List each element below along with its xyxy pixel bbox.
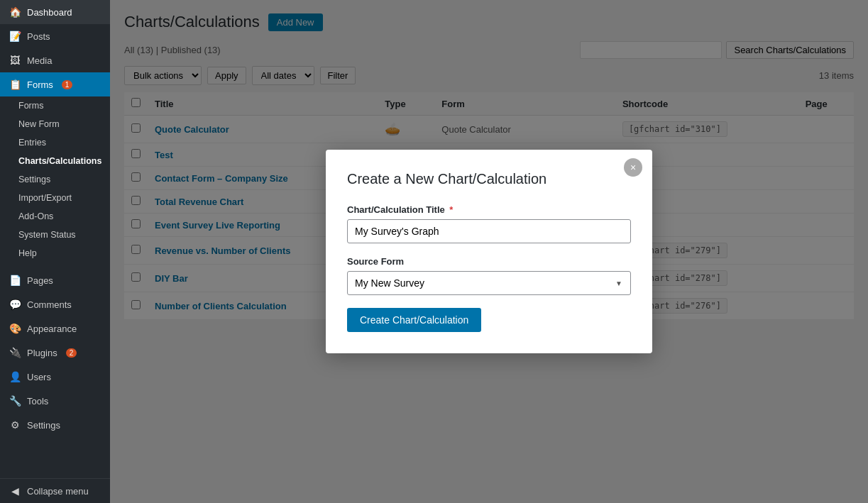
dashboard-icon: 🏠: [9, 6, 21, 18]
sidebar-item-dashboard[interactable]: 🏠 Dashboard: [0, 0, 110, 24]
sidebar-sub-addons[interactable]: Add-Ons: [10, 207, 110, 226]
sidebar-item-forms[interactable]: 📋 Forms 1: [0, 72, 110, 96]
modal-overlay: × Create a New Chart/Calculation Chart/C…: [110, 0, 868, 503]
users-icon: 👤: [9, 371, 21, 382]
sidebar-sub-system-status[interactable]: System Status: [10, 226, 110, 244]
sidebar-item-settings[interactable]: ⚙ Settings: [0, 413, 110, 437]
create-button[interactable]: Create Chart/Calculation: [347, 308, 481, 332]
source-form-label: Source Form: [347, 256, 631, 267]
comments-icon: 💬: [9, 299, 21, 310]
sidebar-item-users[interactable]: 👤 Users: [0, 365, 110, 389]
media-icon: 🖼: [9, 55, 21, 66]
forms-badge: 1: [62, 80, 73, 89]
sidebar-sub-forms[interactable]: Forms: [10, 96, 110, 115]
forms-icon: 📋: [9, 79, 21, 90]
sidebar-item-pages[interactable]: 📄 Pages: [0, 268, 110, 292]
chart-title-label: Chart/Calculation Title *: [347, 204, 631, 215]
collapse-menu[interactable]: ◀ Collapse menu: [0, 478, 110, 503]
plugins-badge: 2: [66, 348, 77, 358]
appearance-icon: 🎨: [9, 323, 21, 334]
pages-icon: 📄: [9, 275, 21, 286]
sidebar-item-appearance[interactable]: 🎨 Appearance: [0, 316, 110, 341]
sidebar-sub-import-export[interactable]: Import/Export: [10, 189, 110, 207]
source-form-group: Source Form My New SurveyQuote Calculato…: [347, 256, 631, 295]
modal: × Create a New Chart/Calculation Chart/C…: [326, 150, 652, 353]
sidebar-item-posts[interactable]: 📝 Posts: [0, 24, 110, 48]
posts-icon: 📝: [9, 31, 21, 42]
sidebar-sub-settings[interactable]: Settings: [10, 170, 110, 189]
sidebar-item-plugins[interactable]: 🔌 Plugins 2: [0, 341, 110, 365]
plugins-icon: 🔌: [9, 347, 21, 358]
sidebar-item-tools[interactable]: 🔧 Tools: [0, 389, 110, 413]
forms-submenu: Forms New Form Entries Charts/Calculatio…: [0, 96, 110, 262]
settings-icon: ⚙: [9, 419, 21, 431]
required-star: *: [449, 204, 453, 215]
tools-icon: 🔧: [9, 395, 21, 407]
sidebar-item-media[interactable]: 🖼 Media: [0, 48, 110, 72]
chart-title-input[interactable]: [347, 219, 631, 243]
sidebar-sub-help[interactable]: Help: [10, 244, 110, 262]
modal-close-button[interactable]: ×: [624, 158, 642, 177]
chart-title-group: Chart/Calculation Title *: [347, 204, 631, 243]
sidebar-sub-entries[interactable]: Entries: [10, 133, 110, 152]
sidebar-sub-new-form[interactable]: New Form: [10, 115, 110, 133]
source-form-wrapper: My New SurveyQuote CalculatorTest FormCo…: [347, 271, 631, 295]
main-content: Charts/Calculations Add New All (13) | P…: [110, 0, 868, 503]
sidebar-item-comments[interactable]: 💬 Comments: [0, 292, 110, 316]
source-form-select[interactable]: My New SurveyQuote CalculatorTest FormCo…: [347, 271, 631, 295]
sidebar-sub-charts[interactable]: Charts/Calculations: [10, 152, 110, 170]
collapse-icon: ◀: [9, 485, 21, 497]
sidebar: 🏠 Dashboard 📝 Posts 🖼 Media 📋 Forms 1 Fo…: [0, 0, 110, 503]
modal-title: Create a New Chart/Calculation: [347, 171, 631, 187]
